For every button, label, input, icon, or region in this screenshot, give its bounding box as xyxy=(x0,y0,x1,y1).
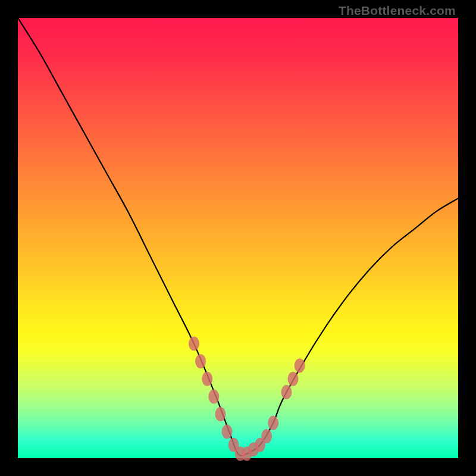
plot-area xyxy=(18,18,458,458)
marker-dot xyxy=(189,337,199,351)
watermark-text: TheBottleneck.com xyxy=(339,4,456,18)
marker-dot xyxy=(288,372,299,386)
marker-dot xyxy=(268,416,278,430)
marker-dots xyxy=(189,337,305,461)
marker-dot xyxy=(261,429,272,443)
marker-dot xyxy=(215,407,226,421)
marker-dot xyxy=(202,372,212,386)
marker-dot xyxy=(295,359,305,373)
marker-dot xyxy=(195,354,206,368)
curve-layer xyxy=(18,18,458,458)
marker-dot xyxy=(281,385,292,399)
bottleneck-curve-path xyxy=(18,18,458,456)
marker-dot xyxy=(222,425,233,439)
marker-dot xyxy=(208,389,219,403)
chart-frame: TheBottleneck.com xyxy=(0,0,476,476)
